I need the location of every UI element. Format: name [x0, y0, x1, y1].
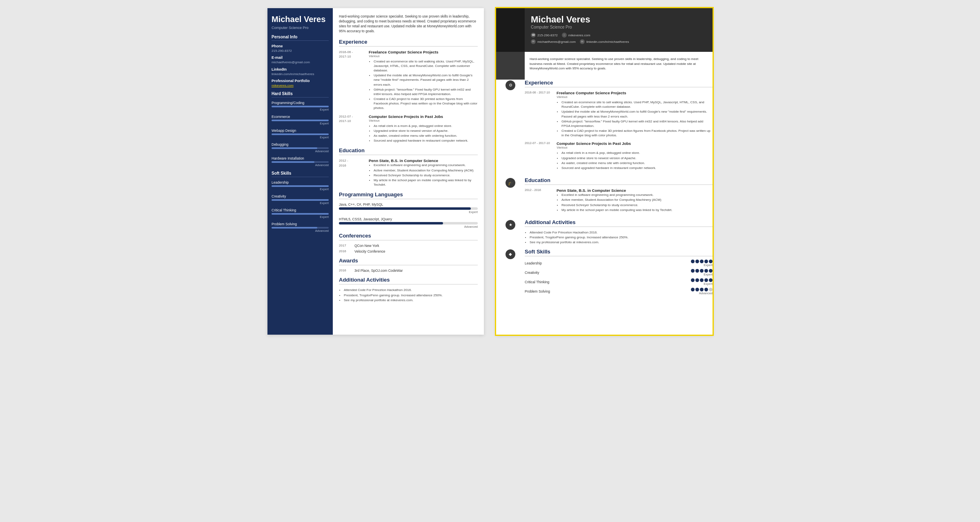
skill-ecommerce: Ecommerce Expert	[272, 115, 329, 125]
r2-experience-icon-wrap: ⚙	[496, 80, 525, 174]
resume2-contact-row-1: ☎ 215-290-8372 ○ mikeveres.com	[531, 33, 706, 38]
resume2-contact-row-2: ✉ michaelfveres@gmail.com in linkedin.co…	[531, 39, 706, 44]
website-icon: ○	[562, 33, 567, 38]
personal-info-label: Personal Info	[272, 35, 329, 41]
resume1-main: Hard-working computer science specialist…	[333, 8, 484, 335]
education-section-title: Education	[339, 147, 478, 155]
conf-2: 2016 Velocity Conference	[339, 249, 478, 253]
email-label: E-mail	[272, 56, 329, 60]
linkedin-icon: in	[580, 39, 585, 44]
resume2-main: Hard-working computer science specialist…	[525, 52, 713, 80]
r2-soft-skills-content: Soft Skills Leadership Expert Creativity	[525, 249, 713, 297]
skill-hardware: Hardware Installation Advanced	[272, 156, 329, 167]
skill-programming: Programming/Coding Expert	[272, 101, 329, 111]
r2-soft-skills-icon-wrap: ◆	[496, 249, 525, 297]
activities-section-title: Additional Activities	[339, 277, 478, 284]
r2-activities-content: Additional Activities Attended Code For …	[525, 219, 713, 245]
r2-exp-2: 2012-07 - 2017-10 Computer Science Proje…	[525, 141, 713, 171]
r2-experience-title: Experience	[525, 80, 713, 87]
resume2-header-content: Michael Veres Computer Science Pro ☎ 215…	[525, 8, 713, 52]
r2-skill-problem: Problem Solving Advanced	[525, 288, 713, 295]
phone-value: 215-290-8372	[272, 49, 329, 53]
r2-soft-skills-section: ◆ Soft Skills Leadership Expert	[496, 249, 713, 297]
awards-section-title: Awards	[339, 258, 478, 265]
resume1-summary: Hard-working computer science specialist…	[339, 14, 478, 34]
award-1: 2016 3rd Place, SpOJ.com CodeWar	[339, 269, 478, 273]
r2-activities-icon-wrap: ★	[496, 219, 525, 245]
exp-entry-1: 2016-06 -2017-10 Freelance Computer Scie…	[339, 50, 478, 111]
conf-1: 2017 QCon New York	[339, 244, 478, 248]
email-value: michaelfveres@gmail.com	[272, 60, 329, 64]
resume1-name: Michael Veres	[272, 14, 329, 24]
resume2-title: Computer Science Pro	[531, 25, 706, 29]
resume2-header: Michael Veres Computer Science Pro ☎ 215…	[496, 8, 713, 52]
resume2-email: ✉ michaelfveres@gmail.com	[531, 39, 576, 44]
resume-1: Michael Veres Computer Science Pro Perso…	[267, 8, 484, 335]
prog-lang-section-title: Programming Languages	[339, 191, 478, 199]
experience-section-title: Experience	[339, 39, 478, 47]
resume2-sidebar	[496, 52, 525, 80]
r2-experience-section: ⚙ Experience 2016-06 - 2017-10 Freelance…	[496, 80, 713, 174]
activities-icon: ★	[506, 220, 515, 230]
portfolio-link[interactable]: mikeveres.com	[272, 84, 329, 87]
resume1-sidebar: Michael Veres Computer Science Pro Perso…	[267, 8, 333, 335]
linkedin-label: LinkedIn	[272, 67, 329, 71]
education-icon: 🎓	[506, 178, 515, 188]
r2-exp-1: 2016-06 - 2017-10 Freelance Computer Sci…	[525, 91, 713, 138]
resume2-summary: Hard-working computer science specialist…	[530, 57, 708, 71]
skill-debugging: Debugging Advanced	[272, 142, 329, 153]
experience-icon: ⚙	[506, 80, 515, 90]
soft-skills-label: Soft Skills	[272, 171, 329, 177]
r2-soft-skills-title: Soft Skills	[525, 249, 713, 256]
phone-icon: ☎	[531, 33, 536, 38]
soft-skills-icon: ◆	[506, 249, 515, 259]
prog-lang-1: Java, C++, C#, PHP, MySQL Expert	[339, 202, 478, 214]
r2-activities-list: Attended Code For Princeton Hackathon 20…	[525, 230, 713, 245]
skill-creativity: Creativity Expert	[272, 194, 329, 205]
activities-list: Attended Code For Princeton Hackathon 20…	[339, 288, 478, 302]
portfolio-label: Professional Portfolio	[272, 79, 329, 83]
skill-leadership: Leadership Expert	[272, 180, 329, 191]
r2-activities-title: Additional Activities	[525, 219, 713, 227]
prog-lang-2: HTML5, CSS3, Javascript, JQuery Advanced	[339, 217, 478, 229]
skill-problem: Problem Solving Advanced	[272, 222, 329, 233]
edu-entry-1: 2012 -2016 Penn State, B.S. in Computer …	[339, 158, 478, 187]
resume-2: Michael Veres Computer Science Pro ☎ 215…	[496, 8, 713, 335]
resume2-phone: ☎ 215-290-8372	[531, 33, 558, 38]
conf-section-title: Conferences	[339, 233, 478, 240]
r2-skill-creativity: Creativity Expert	[525, 269, 713, 276]
r2-skill-leadership: Leadership Expert	[525, 260, 713, 267]
resume2-name: Michael Veres	[531, 14, 706, 25]
resume1-title: Computer Science Pro	[272, 26, 329, 30]
r2-activities-section: ★ Additional Activities Attended Code Fo…	[496, 219, 713, 245]
r2-edu-1: 2012 - 2016 Penn State, B.S. in Computer…	[525, 188, 713, 213]
skill-webapp: Webapp Design Expert	[272, 129, 329, 139]
r2-education-icon-wrap: 🎓	[496, 177, 525, 216]
hard-skills-label: Hard Skills	[272, 91, 329, 98]
r2-education-section: 🎓 Education 2012 - 2016 Penn State, B.S.…	[496, 177, 713, 216]
exp-entry-2: 2012-07 -2017-10 Computer Science Projec…	[339, 114, 478, 144]
skill-critical: Critical Thinking Expert	[272, 208, 329, 219]
resume2-header-accent	[496, 8, 525, 52]
resume2-linkedin: in linkedin.com/in/michaelfveres	[580, 39, 629, 44]
phone-label: Phone	[272, 44, 329, 48]
email-icon: ✉	[531, 39, 536, 44]
r2-experience-content: Experience 2016-06 - 2017-10 Freelance C…	[525, 80, 713, 174]
resume2-body: Hard-working computer science specialist…	[496, 52, 713, 80]
r2-education-content: Education 2012 - 2016 Penn State, B.S. i…	[525, 177, 713, 216]
resume2-website: ○ mikeveres.com	[562, 33, 590, 38]
linkedin-value: linkedin.com/in/michaelfveres	[272, 72, 329, 76]
r2-skill-critical: Critical Thinking Expert	[525, 278, 713, 286]
r2-education-title: Education	[525, 177, 713, 185]
